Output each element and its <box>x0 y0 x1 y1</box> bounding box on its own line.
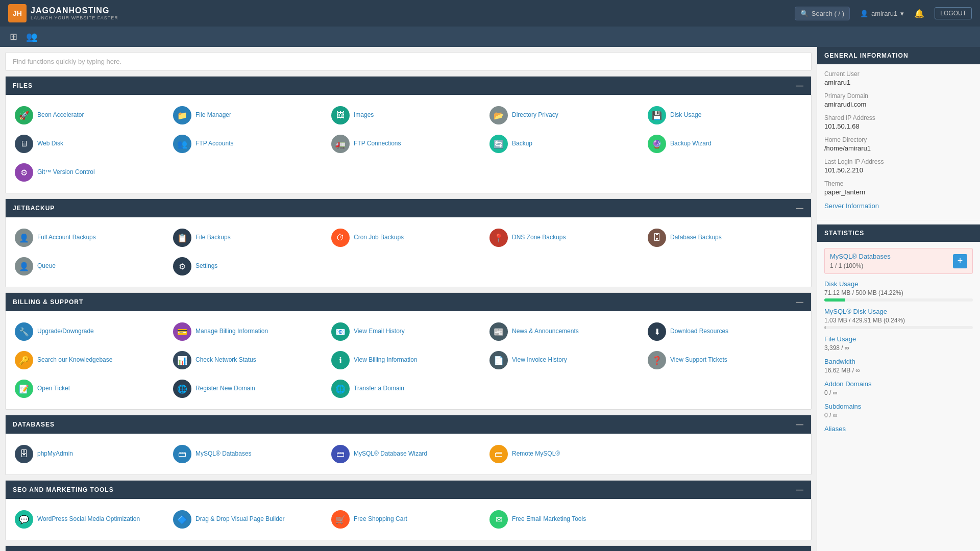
item-icon: 👤 <box>15 257 33 276</box>
toggle-icon: — <box>796 298 804 306</box>
info-row: Last Login IP Address 101.50.2.210 <box>824 158 973 174</box>
menu-item[interactable]: 🛒 Free Shopping Cart <box>329 506 487 533</box>
mysql-stat: MySQL® Databases 1 / 1 (100%) + <box>824 248 973 274</box>
item-label: Search our Knowledgebase <box>37 356 112 364</box>
info-value: amiraru1 <box>824 79 973 86</box>
item-label: Download Resources <box>670 328 728 336</box>
menu-item[interactable]: 👥 FTP Accounts <box>171 131 329 157</box>
menu-item[interactable]: 📰 News & Announcements <box>487 318 646 345</box>
item-icon: 🗄 <box>15 445 33 463</box>
menu-item[interactable]: 🗃 MySQL® Database Wizard <box>329 441 487 467</box>
menu-item[interactable]: 💳 Manage Billing Information <box>171 318 329 345</box>
menu-item[interactable]: ⚙ Settings <box>171 253 329 280</box>
item-label: File Manager <box>195 111 231 119</box>
section-files: FILES— 🚀 Beon Accelerator 📁 File Manager… <box>5 76 812 193</box>
notifications-icon[interactable]: 🔔 <box>914 9 924 18</box>
section-header-files[interactable]: FILES— <box>6 77 811 95</box>
stat-label[interactable]: MySQL® Disk Usage <box>824 308 973 315</box>
item-label: Transfer a Domain <box>354 385 404 393</box>
menu-item[interactable]: 🗃 MySQL® Databases <box>171 441 329 467</box>
item-icon: 🖼 <box>331 106 350 124</box>
menu-item[interactable]: 📧 View Email History <box>329 318 487 345</box>
stat-label[interactable]: Aliases <box>824 425 973 433</box>
item-icon: 🔑 <box>15 351 33 369</box>
item-icon: 🗄 <box>648 229 666 247</box>
menu-item[interactable]: 📋 File Backups <box>171 224 329 251</box>
menu-item[interactable]: 👤 Full Account Backups <box>13 224 171 251</box>
menu-item[interactable]: ⬇ Download Resources <box>646 318 804 345</box>
menu-item[interactable]: 🔷 Drag & Drop Visual Page Builder <box>171 506 329 533</box>
menu-item[interactable]: ⏱ Cron Job Backups <box>329 224 487 251</box>
menu-item[interactable]: 💾 Disk Usage <box>646 102 804 129</box>
username: amiraru1 <box>871 10 897 17</box>
menu-item[interactable]: 🗄 phpMyAdmin <box>13 441 171 467</box>
section-header-domains[interactable]: DOMAINS— <box>6 546 811 551</box>
search-box[interactable]: 🔍 Search ( / ) <box>795 7 850 20</box>
logout-button[interactable]: LOGOUT <box>935 7 972 19</box>
menu-item[interactable]: 💬 WordPress Social Media Optimization <box>13 506 171 533</box>
info-value: paper_lantern <box>824 188 973 196</box>
progress-fill <box>824 326 826 329</box>
sections-container: FILES— 🚀 Beon Accelerator 📁 File Manager… <box>5 76 812 551</box>
item-icon: 🌐 <box>331 380 350 398</box>
menu-item[interactable]: 🚛 FTP Connections <box>329 131 487 157</box>
general-info-header: GENERAL INFORMATION <box>817 47 980 64</box>
section-header-seo[interactable]: SEO AND MARKETING TOOLS— <box>6 481 811 499</box>
info-label: Home Directory <box>824 136 973 143</box>
menu-item[interactable]: ❓ View Support Tickets <box>646 347 804 373</box>
stat-label[interactable]: MySQL® Databases <box>830 253 891 260</box>
item-label: DNS Zone Backups <box>512 234 566 242</box>
item-label: Backup <box>512 140 532 148</box>
progress-bar <box>824 326 973 329</box>
item-icon: 👥 <box>173 135 191 153</box>
menu-item[interactable]: 🔄 Backup <box>487 131 646 157</box>
menu-item[interactable]: 📄 View Invoice History <box>487 347 646 373</box>
menu-item[interactable]: 📊 Check Network Status <box>171 347 329 373</box>
section-header-databases[interactable]: DATABASES— <box>6 415 811 434</box>
item-label: Cron Job Backups <box>354 234 404 242</box>
menu-item[interactable]: 📍 DNS Zone Backups <box>487 224 646 251</box>
item-label: Git™ Version Control <box>37 168 95 177</box>
menu-item[interactable]: 🚀 Beon Accelerator <box>13 102 171 129</box>
menu-item[interactable]: 🔧 Upgrade/Downgrade <box>13 318 171 345</box>
stat-label[interactable]: Bandwidth <box>824 358 973 365</box>
section-header-jetbackup[interactable]: JETBACKUP— <box>6 199 811 217</box>
menu-item[interactable]: 🌐 Register New Domain <box>171 375 329 402</box>
server-info-link[interactable]: Server Information <box>824 202 879 210</box>
grid-icon[interactable]: ⊞ <box>5 29 21 45</box>
stat-label[interactable]: File Usage <box>824 335 973 343</box>
stat-label[interactable]: Subdomains <box>824 403 973 410</box>
item-label: Check Network Status <box>195 356 256 364</box>
user-menu[interactable]: 👤 amiraru1 ▾ <box>860 10 904 17</box>
quick-search-bar[interactable]: Find functions quickly by typing here. <box>5 52 812 71</box>
menu-item[interactable]: ✉ Free Email Marketing Tools <box>487 506 646 533</box>
menu-item[interactable]: 🗃 Remote MySQL® <box>487 441 646 467</box>
logo: JH JAGOANHOSTING LAUNCH YOUR WEBSITE FAS… <box>8 4 118 22</box>
menu-item[interactable]: 🔮 Backup Wizard <box>646 131 804 157</box>
menu-item[interactable]: 👤 Queue <box>13 253 171 280</box>
info-label: Primary Domain <box>824 92 973 99</box>
item-label: Drag & Drop Visual Page Builder <box>195 515 285 523</box>
menu-item[interactable]: 🖥 Web Disk <box>13 131 171 157</box>
menu-item[interactable]: ℹ View Billing Information <box>329 347 487 373</box>
add-button[interactable]: + <box>953 254 967 268</box>
logo-icon: JH <box>8 4 27 22</box>
section-title: JETBACKUP <box>13 205 55 212</box>
menu-item[interactable]: 📁 File Manager <box>171 102 329 129</box>
item-label: Settings <box>195 262 217 270</box>
section-body-jetbackup: 👤 Full Account Backups 📋 File Backups ⏱ … <box>6 217 811 287</box>
content-area: Find functions quickly by typing here. F… <box>0 47 817 551</box>
menu-item[interactable]: ⚙ Git™ Version Control <box>13 159 171 186</box>
stat-label[interactable]: Disk Usage <box>824 280 973 288</box>
menu-item[interactable]: 🖼 Images <box>329 102 487 129</box>
menu-item[interactable]: 🔑 Search our Knowledgebase <box>13 347 171 373</box>
menu-item[interactable]: 🌐 Transfer a Domain <box>329 375 487 402</box>
stat-row: MySQL® Disk Usage 1.03 MB / 429.91 MB (0… <box>824 308 973 329</box>
menu-item[interactable]: 🗄 Database Backups <box>646 224 804 251</box>
users-icon[interactable]: 👥 <box>23 29 40 45</box>
menu-item[interactable]: 📝 Open Ticket <box>13 375 171 402</box>
stat-label[interactable]: Addon Domains <box>824 380 973 388</box>
section-header-billing[interactable]: BILLING & SUPPORT— <box>6 293 811 311</box>
item-icon: 🛒 <box>331 510 350 529</box>
menu-item[interactable]: 📂 Directory Privacy <box>487 102 646 129</box>
